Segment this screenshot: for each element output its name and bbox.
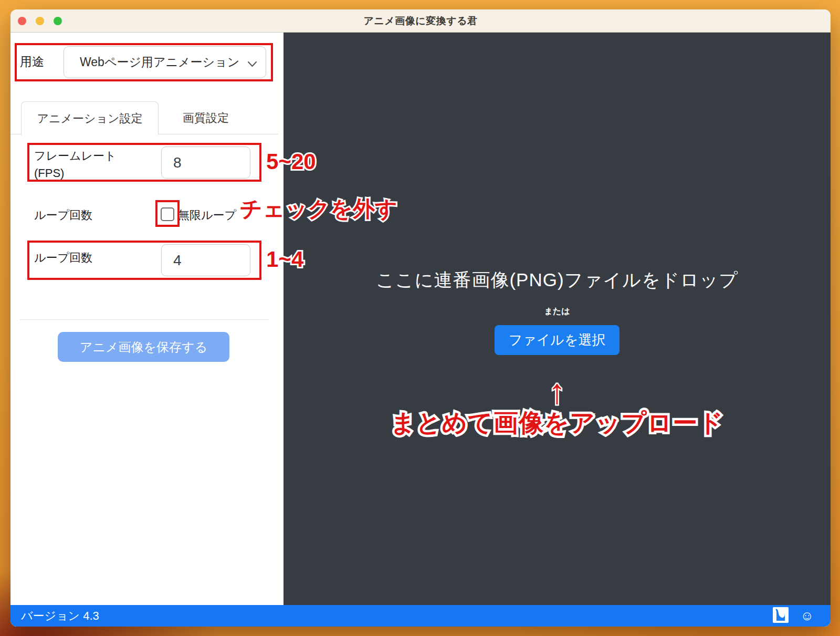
drop-zone[interactable]: ここに連番画像(PNG)ファイルをドロップ または ファイルを選択	[284, 33, 831, 605]
select-file-button[interactable]: ファイルを選択	[495, 325, 620, 355]
version-label: バージョン 4.3	[21, 608, 99, 624]
title-bar: アニメ画像に変換する君	[10, 9, 831, 33]
settings-panel: 用途 Webページ用アニメーション アニメーション設定 画質設定 フレームレート…	[10, 33, 284, 605]
uncheck-annotation: チェックを外す	[240, 194, 397, 224]
close-window-button[interactable]	[18, 17, 26, 25]
zoom-window-button[interactable]	[54, 17, 62, 25]
tab-animation-settings[interactable]: アニメーション設定	[21, 101, 159, 135]
loop-count-annotation-rect	[27, 241, 261, 280]
upload-note-annotation: まとめて画像をアップロード	[284, 406, 831, 440]
app-window: アニメ画像に変換する君 用途 Webページ用アニメーション アニメーション設定 …	[10, 9, 831, 627]
infinite-loop-checkbox[interactable]	[161, 207, 174, 221]
main-content: 用途 Webページ用アニメーション アニメーション設定 画質設定 フレームレート…	[10, 33, 831, 605]
usage-annotation-rect	[15, 43, 273, 81]
statusbar-icons: ☺	[773, 607, 820, 625]
minimize-window-button[interactable]	[36, 17, 44, 25]
fps-annotation-rect	[27, 143, 261, 182]
loop-range-annotation: 1~4	[266, 247, 303, 272]
window-title: アニメ画像に変換する君	[363, 14, 477, 28]
tab-label: アニメーション設定	[37, 111, 142, 127]
fps-range-annotation: 5~20	[266, 149, 316, 174]
drop-zone-text: ここに連番画像(PNG)ファイルをドロップ	[284, 268, 831, 293]
infinite-loop-label: 無限ループ	[178, 206, 236, 224]
save-animation-button[interactable]: アニメ画像を保存する	[58, 332, 229, 362]
tab-label: 画質設定	[183, 110, 229, 126]
traffic-lights	[18, 17, 62, 25]
smiley-icon[interactable]: ☺	[800, 609, 814, 622]
status-bar: バージョン 4.3 ☺	[10, 605, 831, 627]
or-text: または	[284, 306, 831, 317]
loop-check-row-label: ループ回数	[34, 206, 92, 224]
app-logo-icon[interactable]	[773, 607, 789, 625]
divider	[20, 319, 269, 320]
tab-quality-settings[interactable]: 画質設定	[159, 101, 253, 135]
up-arrow-annotation: ↑	[284, 371, 831, 411]
